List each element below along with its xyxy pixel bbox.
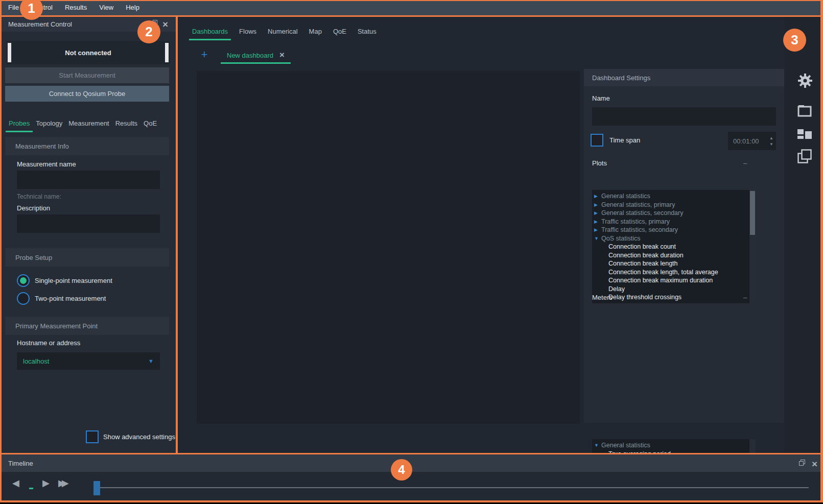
plots-tree-item[interactable]: Connection break count: [592, 243, 756, 251]
dashboard-name-input[interactable]: [592, 107, 776, 126]
primary-measurement-point-header: Primary Measurement Point: [5, 317, 169, 335]
annotation-line-panel-divider: [176, 15, 178, 454]
time-span-label: Time span: [609, 136, 640, 144]
time-span-checkbox[interactable]: [591, 134, 603, 147]
two-point-label: Two-point measurement: [35, 295, 106, 302]
plots-tree-item[interactable]: ▶ Traffic statistics, secondary: [592, 226, 756, 234]
plots-tree-list: ▶ General statistics ▶ General statistic…: [592, 190, 756, 303]
callout-badge-4: 4: [391, 459, 412, 481]
advanced-settings-checkbox[interactable]: [86, 430, 99, 443]
measurement-name-label: Measurement name: [17, 160, 76, 168]
timeline-content: ◀ ▶ ▶▶: [2, 472, 820, 501]
layers-icon[interactable]: [797, 149, 812, 164]
meters-tree-item[interactable]: ▼ General statistics: [592, 441, 756, 450]
status-bar-left-cap: [8, 43, 11, 62]
menu-item[interactable]: View: [93, 0, 120, 15]
plots-tree-item[interactable]: ▼ QoS statistics: [592, 234, 756, 243]
start-measurement-button[interactable]: Start Measurement: [5, 67, 169, 83]
measurement-info-header: Measurement Info: [5, 137, 169, 155]
plots-tree-item[interactable]: ▶ General statistics, secondary: [592, 209, 756, 218]
view-tab[interactable]: Status: [355, 24, 380, 40]
meters-minimize-button[interactable]: _: [743, 291, 747, 299]
hostname-dropdown[interactable]: localhost ▼: [17, 352, 160, 370]
measurement-name-input[interactable]: [17, 171, 160, 189]
plots-scrollbar[interactable]: [749, 190, 756, 303]
two-point-radio[interactable]: [17, 292, 30, 305]
control-tab[interactable]: Topology: [33, 115, 65, 132]
step-back-icon[interactable]: ◀: [12, 477, 19, 489]
main-view-tabs: DashboardsFlowsNumericalMapQoEStatus: [189, 24, 380, 40]
timeline-float-icon[interactable]: [799, 460, 805, 466]
view-tab[interactable]: Flows: [236, 24, 260, 40]
single-point-radio[interactable]: [17, 274, 30, 287]
callout-badge-3: 3: [783, 29, 806, 52]
tree-toggle-icon[interactable]: ▶: [594, 210, 601, 215]
dashboard-name-label: Name: [592, 94, 610, 102]
single-point-radio-row[interactable]: Single-point measurement: [17, 274, 112, 287]
dashboard-canvas[interactable]: [197, 71, 580, 424]
annotation-border-left: [0, 0, 2, 502]
control-tab[interactable]: Results: [112, 115, 140, 132]
spin-down-icon[interactable]: ▼: [769, 142, 773, 147]
hostname-value: localhost: [23, 357, 148, 365]
timeline-close-icon[interactable]: ×: [812, 461, 817, 467]
menu-item[interactable]: Help: [120, 0, 146, 15]
plots-tree-item[interactable]: ▶ General statistics, primary: [592, 201, 756, 209]
position-marker-dash: [29, 488, 33, 489]
close-panel-icon[interactable]: ×: [162, 21, 168, 28]
view-tab[interactable]: Numerical: [265, 24, 301, 40]
plots-tree-item[interactable]: Delay: [592, 285, 756, 294]
connect-to-probe-button[interactable]: Connect to Qosium Probe: [5, 86, 169, 102]
view-tab[interactable]: QoE: [330, 24, 349, 40]
annotation-line-menu: [0, 15, 823, 17]
timeline-slider-handle[interactable]: [93, 481, 100, 495]
plots-tree-item[interactable]: Connection break length, total average: [592, 268, 756, 277]
timeline-slider-track[interactable]: [100, 487, 809, 488]
two-point-radio-row[interactable]: Two-point measurement: [17, 292, 106, 305]
spin-up-icon[interactable]: ▲: [769, 136, 773, 140]
plots-scrollbar-thumb[interactable]: [750, 191, 755, 235]
new-window-icon[interactable]: [797, 105, 812, 117]
control-tab[interactable]: QoE: [140, 115, 160, 132]
tree-toggle-icon[interactable]: ▶: [594, 202, 601, 207]
dashboard-tab[interactable]: New dashboard ×: [221, 48, 291, 64]
view-tab[interactable]: Dashboards: [189, 24, 231, 40]
tree-toggle-icon[interactable]: ▶: [594, 227, 601, 232]
plots-tree-item[interactable]: Delay threshold crossings: [592, 293, 756, 302]
tree-toggle-icon[interactable]: ▼: [594, 443, 601, 448]
annotation-border-top: [0, 0, 823, 1]
tree-toggle-icon[interactable]: ▼: [594, 236, 601, 241]
settings-gear-icon[interactable]: [797, 73, 813, 88]
technical-name-label: Technical name:: [17, 193, 61, 200]
annotation-border-right: [820, 0, 823, 502]
menu-item[interactable]: Results: [59, 0, 93, 15]
time-span-row[interactable]: Time span: [591, 134, 640, 147]
connection-status-bar: Not connected: [7, 41, 170, 64]
plots-tree-item[interactable]: Connection break duration: [592, 251, 756, 260]
advanced-settings-row[interactable]: Show advanced settings: [86, 430, 175, 443]
dashboard-tab-close-icon[interactable]: ×: [279, 52, 285, 58]
plots-tree-item[interactable]: Connection break length: [592, 259, 756, 268]
dashboard-settings-header: Dashboard Settings: [584, 69, 784, 86]
plots-tree-item[interactable]: ▶ General statistics: [592, 192, 756, 201]
dashboard-settings-panel: Dashboard Settings Name Time span 00:01:…: [584, 69, 784, 423]
view-tab[interactable]: Map: [306, 24, 325, 40]
control-tab[interactable]: Probes: [6, 115, 33, 132]
fast-forward-icon[interactable]: ▶▶: [58, 477, 65, 489]
plots-tree-item[interactable]: ▶ Traffic statistics, primary: [592, 218, 756, 226]
play-icon[interactable]: ▶: [42, 477, 50, 489]
control-tab[interactable]: Measurement: [65, 115, 112, 132]
add-dashboard-button[interactable]: +: [198, 48, 210, 61]
tree-toggle-icon[interactable]: ▶: [594, 219, 601, 224]
tree-toggle-icon[interactable]: ▶: [594, 194, 601, 199]
time-span-value: 00:01:00: [733, 137, 769, 145]
description-input[interactable]: [17, 214, 160, 233]
annotation-line-timeline: [0, 453, 823, 454]
time-span-spinbox[interactable]: 00:01:00 ▲ ▼: [728, 132, 776, 150]
menu-bar: FileControlResultsViewHelp: [0, 0, 823, 15]
dashboard-layout-icon[interactable]: [797, 128, 812, 142]
plots-minimize-button[interactable]: _: [743, 157, 747, 164]
plots-tree-item[interactable]: Connection break maximum duration: [592, 276, 756, 285]
dashboard-settings-title: Dashboard Settings: [592, 74, 650, 82]
timeline-title: Timeline: [8, 460, 33, 467]
